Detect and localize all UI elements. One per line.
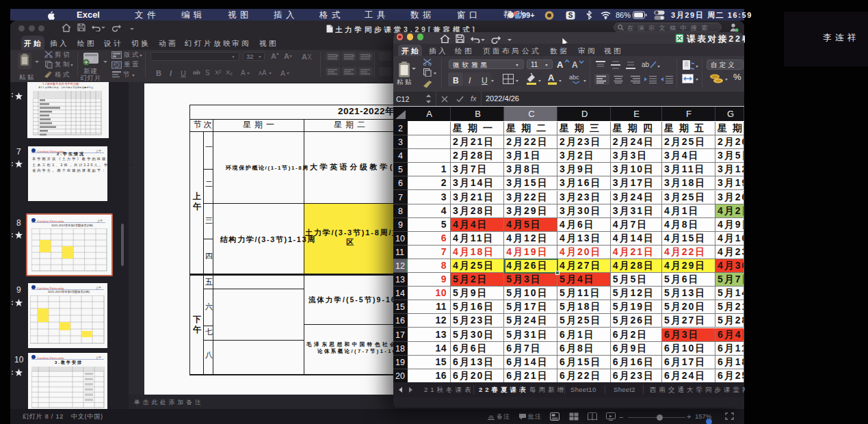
svg-text:Guizhou University: Guizhou University (37, 220, 64, 223)
svg-text:A: A (302, 53, 307, 61)
svg-text:ab: ab (642, 61, 650, 68)
svg-text:上午: 上午 (95, 356, 101, 359)
svg-text:A: A (557, 59, 564, 69)
svg-text:Guizhou University: Guizhou University (37, 356, 64, 360)
svg-text:A: A (572, 60, 578, 69)
svg-text:上午: 上午 (95, 149, 101, 153)
svg-text:S: S (568, 12, 573, 19)
svg-text:Guizhou University: Guizhou University (37, 287, 64, 290)
svg-text:上午: 上午 (95, 286, 101, 289)
svg-text:abc: abc (569, 74, 579, 81)
svg-text:上午: 上午 (96, 219, 103, 222)
svg-text:A: A (548, 72, 555, 83)
